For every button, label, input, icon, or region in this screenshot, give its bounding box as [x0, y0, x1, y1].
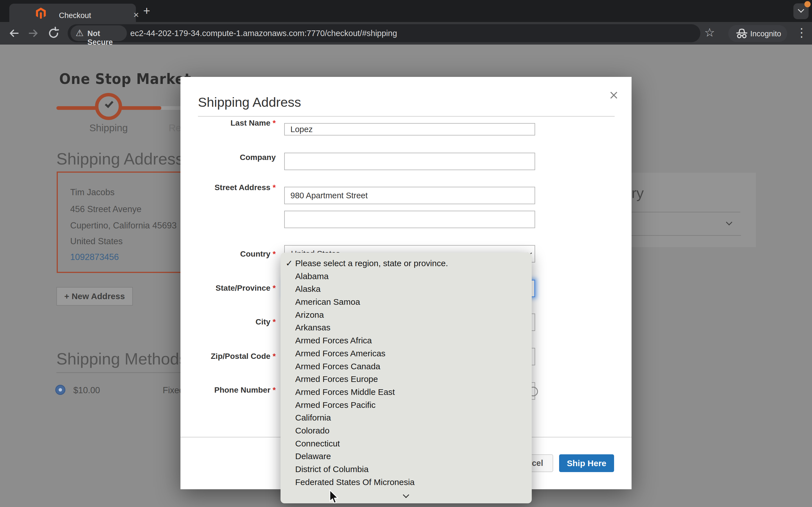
shipping-method-radio[interactable] [55, 385, 65, 395]
dropdown-option[interactable]: Connecticut [281, 437, 532, 450]
dropdown-option[interactable]: Armed Forces Middle East [281, 386, 532, 399]
new-tab-button[interactable]: + [143, 5, 150, 17]
notification-dot [804, 1, 811, 7]
address-phone-link[interactable]: 1092873456 [70, 252, 119, 262]
dropdown-option[interactable]: Colorado [281, 424, 532, 437]
street-address-2-input[interactable] [284, 211, 535, 228]
tab-title: Checkout [59, 11, 91, 20]
bookmark-star-icon[interactable]: ☆ [704, 26, 715, 39]
dropdown-option-selected[interactable]: ✓ Please select a region, state or provi… [281, 257, 532, 270]
city-label: City* [181, 317, 276, 327]
dropdown-option[interactable]: Delaware [281, 450, 532, 463]
radio-dot [59, 388, 62, 392]
company-label: Company [181, 152, 276, 163]
method-price: $10.00 [73, 385, 100, 395]
ship-here-button[interactable]: Ship Here [559, 454, 614, 472]
forward-icon[interactable] [27, 27, 40, 40]
dropdown-option[interactable]: Alaska [281, 283, 532, 295]
dropdown-option[interactable]: Federated States Of Micronesia [281, 476, 532, 489]
incognito-label: Incognito [750, 30, 781, 38]
not-secure-chip[interactable]: ⚠ Not Secure [70, 25, 127, 41]
tab-checkout[interactable]: Checkout × [9, 4, 136, 22]
last-name-input[interactable] [284, 123, 535, 135]
state-province-label: State/Province* [181, 283, 276, 293]
browser-toolbar: ⚠ Not Secure ec2-44-202-179-34.compute-1… [0, 22, 812, 45]
address-country: United States [70, 236, 123, 246]
order-summary-heading-fragment: ry [631, 184, 644, 202]
tab-strip: Checkout × + [0, 0, 812, 22]
url-text[interactable]: ec2-44-202-179-34.compute-1.amazonaws.co… [130, 29, 397, 38]
incognito-spy-icon [735, 29, 748, 39]
address-city-line: Cupertino, California 45693 [70, 221, 176, 231]
modal-title: Shipping Address [198, 94, 301, 110]
shipping-methods-heading: Shipping Methods [56, 349, 187, 368]
address-name: Tim Jacobs [70, 187, 114, 198]
chevron-down-icon [798, 6, 804, 13]
incognito-badge: Incognito [728, 25, 787, 42]
company-input[interactable] [284, 153, 535, 170]
progress-step-shipping-icon [95, 93, 122, 120]
dropdown-option[interactable]: Armed Forces Africa [281, 334, 532, 347]
dropdown-option[interactable]: Armed Forces Canada [281, 360, 532, 373]
magento-favicon-icon [36, 8, 46, 19]
shipping-address-heading: Shipping Address [56, 149, 184, 168]
not-secure-label: Not Secure [87, 29, 127, 47]
store-logo[interactable]: One Stop Market [59, 70, 191, 87]
required-marker: * [273, 318, 276, 326]
reload-icon[interactable] [47, 26, 60, 40]
warning-icon: ⚠ [75, 29, 84, 38]
mouse-cursor [329, 490, 342, 504]
close-icon[interactable] [607, 89, 620, 102]
required-marker: * [273, 352, 276, 360]
required-marker: * [273, 119, 276, 127]
step-label-review-truncated: Re [168, 122, 181, 133]
country-label: Country* [181, 249, 276, 259]
new-address-button[interactable]: + New Address [56, 287, 133, 305]
dropdown-option[interactable]: Armed Forces Americas [281, 347, 532, 360]
required-marker: * [273, 386, 276, 394]
last-name-label: Last Name* [181, 118, 276, 128]
phone-number-label: Phone Number* [181, 385, 276, 395]
divider [198, 116, 615, 117]
required-marker: * [273, 249, 276, 258]
check-icon: ✓ [286, 257, 293, 270]
street-address-input[interactable] [284, 187, 535, 204]
tab-close-icon[interactable]: × [133, 10, 139, 19]
step-label-shipping: Shipping [80, 122, 137, 133]
required-marker: * [273, 183, 276, 192]
address-bar[interactable]: ⚠ Not Secure ec2-44-202-179-34.compute-1… [68, 24, 700, 42]
required-marker: * [273, 284, 276, 292]
dropdown-option[interactable]: Arkansas [281, 321, 532, 334]
state-province-dropdown: ✓ Please select a region, state or provi… [281, 252, 532, 503]
dropdown-scroll-down-icon[interactable] [403, 492, 409, 498]
dropdown-option[interactable]: Armed Forces Pacific [281, 399, 532, 411]
zip-postal-label: Zip/Postal Code* [181, 351, 276, 361]
back-icon[interactable] [8, 27, 20, 40]
dropdown-option[interactable]: District of Columbia [281, 463, 532, 476]
address-street: 456 Street Avenye [70, 204, 142, 214]
chevron-down-icon[interactable] [726, 219, 732, 226]
dropdown-option[interactable]: Arizona [281, 308, 532, 321]
browser-menu-icon[interactable]: ⋮ [796, 26, 808, 40]
dropdown-option[interactable]: California [281, 411, 532, 424]
street-address-label: Street Address* [181, 182, 276, 193]
dropdown-option[interactable]: Alabama [281, 270, 532, 283]
dropdown-option[interactable]: American Samoa [281, 295, 532, 308]
check-icon [105, 99, 114, 108]
dropdown-option[interactable]: Armed Forces Europe [281, 373, 532, 386]
